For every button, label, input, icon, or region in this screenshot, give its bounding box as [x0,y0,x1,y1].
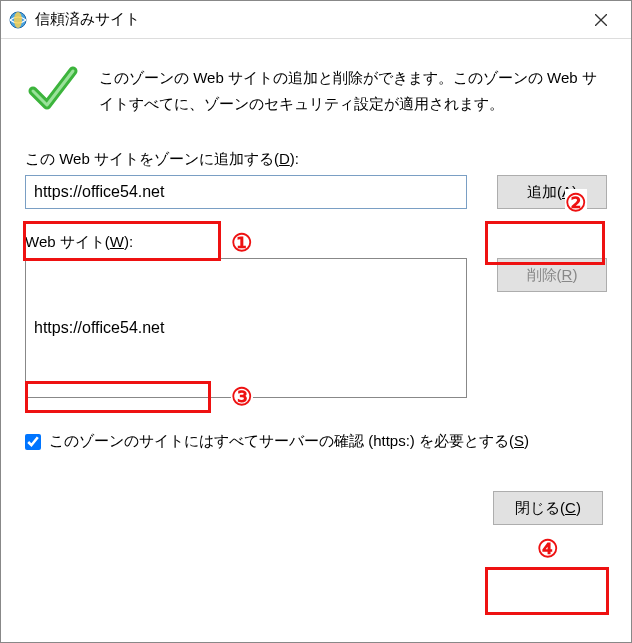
app-icon [9,11,27,29]
checkmark-icon [25,61,81,120]
website-listbox[interactable]: https://office54.net [25,258,467,398]
close-dialog-button[interactable]: 閉じる(C) [493,491,603,525]
website-list-label: Web サイト(W): [25,233,607,252]
add-url-label: この Web サイトをゾーンに追加する(D): [25,150,607,169]
remove-button: 削除(R) [497,258,607,292]
add-button[interactable]: 追加(A) [497,175,607,209]
close-icon [595,14,607,26]
annotation-box-4 [485,567,609,615]
require-https-checkbox[interactable] [25,434,41,450]
require-https-label: このゾーンのサイトにはすべてサーバーの確認 (https:) を必要とする(S) [49,432,529,451]
add-url-input[interactable] [25,175,467,209]
titlebar: 信頼済みサイト [1,1,631,39]
close-button[interactable] [579,5,623,35]
window-title: 信頼済みサイト [35,10,140,29]
list-item[interactable]: https://office54.net [28,317,170,339]
header-description: このゾーンの Web サイトの追加と削除ができます。このゾーンの Web サイト… [99,61,607,120]
